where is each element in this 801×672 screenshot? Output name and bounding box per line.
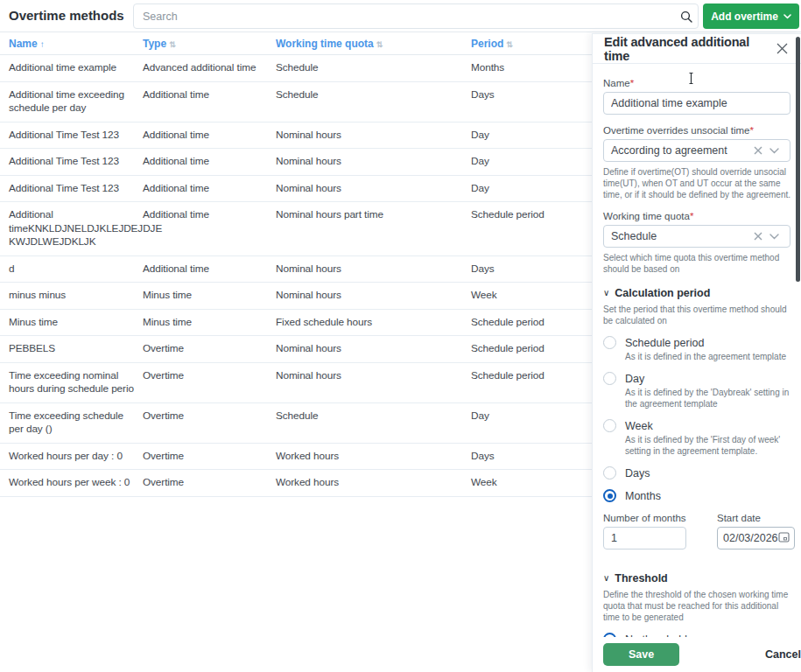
add-overtime-button[interactable]: Add overtime	[703, 4, 799, 29]
threshold-section-toggle[interactable]: ∨ Threshold	[603, 572, 790, 584]
search-field[interactable]	[133, 4, 699, 29]
number-of-months-input[interactable]	[603, 527, 686, 550]
sort-asc-icon[interactable]: ↑	[40, 39, 45, 49]
calculation-period-help: Set the period that this overtime method…	[603, 304, 790, 326]
radio-sub-text: As it is defined in the agreement templa…	[625, 351, 790, 362]
number-of-months-label: Number of months	[603, 513, 686, 523]
radio-icon[interactable]	[603, 419, 616, 432]
text-cursor	[687, 72, 695, 88]
radio-sub-text: As it is defined by the 'Daybreak' setti…	[625, 387, 790, 410]
start-date-label: Start date	[717, 513, 795, 523]
column-header-period[interactable]: Period⇅	[471, 38, 513, 50]
quota-value: Schedule	[611, 230, 750, 242]
section-title: Calculation period	[615, 287, 710, 299]
start-date-group: Start date 02/03/2026	[717, 513, 795, 550]
name-field-group: Name*	[603, 78, 790, 115]
quota-select[interactable]: Schedule	[603, 225, 790, 248]
column-header-quota[interactable]: Working time quota⇅	[276, 38, 383, 50]
radio-icon[interactable]	[603, 336, 616, 349]
edit-panel: Edit advanced additional time Name* Over…	[592, 33, 801, 672]
name-input[interactable]	[603, 92, 790, 115]
months-config-row: Number of months Start date 02/03/2026	[603, 513, 790, 550]
panel-title: Edit advanced additional time	[604, 35, 775, 63]
clear-icon[interactable]	[750, 232, 766, 241]
section-title: Threshold	[615, 572, 667, 584]
close-icon[interactable]	[775, 41, 790, 56]
overrides-help-text: Define if overtime(OT) should override u…	[603, 166, 790, 200]
calculation-period-section-toggle[interactable]: ∨ Calculation period	[603, 287, 790, 299]
radio-option-day[interactable]: Day As it is defined by the 'Daybreak' s…	[603, 372, 790, 410]
start-date-input[interactable]: 02/03/2026	[717, 527, 795, 550]
radio-icon[interactable]	[603, 372, 616, 385]
sort-icon[interactable]: ⇅	[169, 40, 176, 49]
overrides-select[interactable]: According to agreement	[603, 139, 790, 162]
panel-scrollbar-thumb[interactable]	[796, 37, 800, 282]
radio-sub-text: As it is defined by the 'First day of we…	[625, 434, 790, 457]
chevron-down-icon: ∨	[603, 289, 609, 298]
sort-icon[interactable]: ⇅	[506, 40, 513, 49]
radio-option-schedule-period[interactable]: Schedule period As it is defined in the …	[603, 336, 790, 362]
radio-icon[interactable]	[603, 466, 616, 480]
save-button[interactable]: Save	[603, 643, 679, 666]
toolbar: Overtime methods Add overtime	[0, 0, 801, 32]
chevron-down-icon[interactable]	[766, 148, 783, 154]
quota-field-group: Working time quota* Schedule Select whic…	[603, 211, 790, 275]
panel-body: Name* Overtime overrides unsocial time* …	[593, 64, 801, 638]
radio-option-week[interactable]: Week As it is defined by the 'First day …	[603, 419, 790, 457]
sort-icon[interactable]: ⇅	[376, 40, 383, 49]
radio-option-days[interactable]: Days	[603, 466, 790, 480]
clear-icon[interactable]	[750, 146, 766, 155]
threshold-help: Define the threshold of the chosen worki…	[603, 589, 790, 623]
overrides-label: Overtime overrides unsocial time*	[603, 125, 790, 136]
column-header-type[interactable]: Type⇅	[143, 38, 176, 50]
number-of-months-group: Number of months	[603, 513, 686, 550]
quota-label: Working time quota*	[603, 211, 790, 221]
overrides-value: According to agreement	[611, 144, 750, 157]
quota-help-text: Select which time quota this overtime me…	[603, 252, 790, 275]
panel-footer: Save Cancel	[593, 637, 801, 672]
search-icon[interactable]	[675, 10, 698, 23]
calendar-icon[interactable]	[778, 530, 790, 546]
overrides-field-group: Overtime overrides unsocial time* Accord…	[603, 125, 790, 200]
search-input[interactable]	[134, 10, 675, 23]
radio-option-months[interactable]: Months	[603, 489, 790, 502]
name-label: Name*	[603, 78, 790, 88]
chevron-down-icon[interactable]	[766, 234, 783, 240]
panel-header: Edit advanced additional time	[593, 34, 801, 64]
start-date-value: 02/03/2026	[723, 532, 778, 544]
radio-icon-selected[interactable]	[603, 489, 616, 502]
page-title: Overtime methods	[9, 8, 124, 23]
column-header-name[interactable]: Name↑	[9, 38, 45, 50]
chevron-down-icon: ∨	[603, 574, 609, 583]
chevron-down-icon	[783, 14, 791, 19]
cancel-button[interactable]: Cancel	[765, 648, 801, 661]
add-overtime-label: Add overtime	[711, 10, 778, 23]
